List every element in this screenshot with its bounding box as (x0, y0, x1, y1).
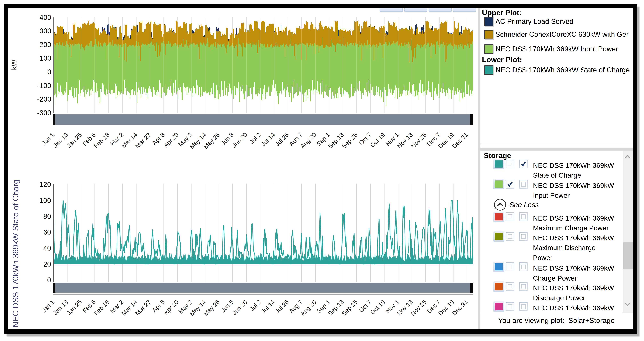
svg-text:Sep 25: Sep 25 (340, 299, 359, 317)
svg-text:Nov 25: Nov 25 (410, 299, 428, 317)
svg-text:Jul 14: Jul 14 (260, 299, 276, 315)
svg-text:Aug 20: Aug 20 (299, 299, 318, 317)
svg-text:100: 100 (40, 54, 51, 62)
svg-text:40: 40 (43, 244, 51, 252)
svg-text:Jul 14: Jul 14 (260, 131, 276, 148)
svg-text:Jan 13: Jan 13 (52, 131, 69, 149)
svg-text:Jan 25: Jan 25 (66, 299, 83, 316)
svg-text:Oct 19: Oct 19 (369, 131, 386, 149)
svg-text:0: 0 (48, 68, 51, 76)
svg-text:Feb 18: Feb 18 (92, 299, 110, 317)
svg-text:Jan 13: Jan 13 (52, 299, 69, 316)
svg-text:Jun 20: Jun 20 (231, 299, 248, 316)
svg-text:Jan 25: Jan 25 (66, 131, 83, 149)
svg-text:kW: kW (10, 59, 18, 70)
svg-text:300: 300 (40, 27, 51, 35)
svg-text:100: 100 (40, 197, 51, 204)
svg-text:20: 20 (43, 260, 51, 268)
svg-text:Dec 31: Dec 31 (451, 131, 469, 150)
svg-text:Mar 27: Mar 27 (134, 131, 152, 149)
svg-text:Mar 27: Mar 27 (134, 299, 152, 317)
svg-text:120: 120 (40, 181, 51, 188)
svg-text:Mar 14: Mar 14 (120, 131, 138, 149)
svg-text:Nov 25: Nov 25 (410, 131, 428, 150)
svg-text:Oct 19: Oct 19 (369, 299, 386, 316)
svg-text:Apr 20: Apr 20 (162, 131, 180, 149)
svg-text:200: 200 (40, 41, 51, 48)
svg-text:Jul 26: Jul 26 (274, 299, 290, 315)
svg-text:-100: -100 (37, 82, 51, 89)
svg-text:NEC DSS 170kWh 369kW State of: NEC DSS 170kWh 369kW State of Charg (11, 179, 20, 328)
svg-text:Jun 20: Jun 20 (231, 131, 248, 149)
svg-text:-200: -200 (37, 95, 51, 103)
svg-text:Jul 26: Jul 26 (274, 131, 290, 148)
svg-text:80: 80 (43, 212, 51, 220)
svg-text:Feb 18: Feb 18 (92, 131, 110, 149)
svg-text:Apr 20: Apr 20 (162, 299, 180, 316)
svg-text:Sep 25: Sep 25 (340, 131, 359, 150)
svg-text:400: 400 (40, 13, 51, 21)
svg-text:Mar 14: Mar 14 (120, 299, 138, 317)
svg-text:Aug 20: Aug 20 (299, 131, 318, 150)
svg-text:0: 0 (47, 276, 51, 284)
svg-text:Dec 31: Dec 31 (451, 299, 469, 317)
svg-text:60: 60 (43, 228, 51, 236)
svg-text:-300: -300 (37, 109, 51, 117)
